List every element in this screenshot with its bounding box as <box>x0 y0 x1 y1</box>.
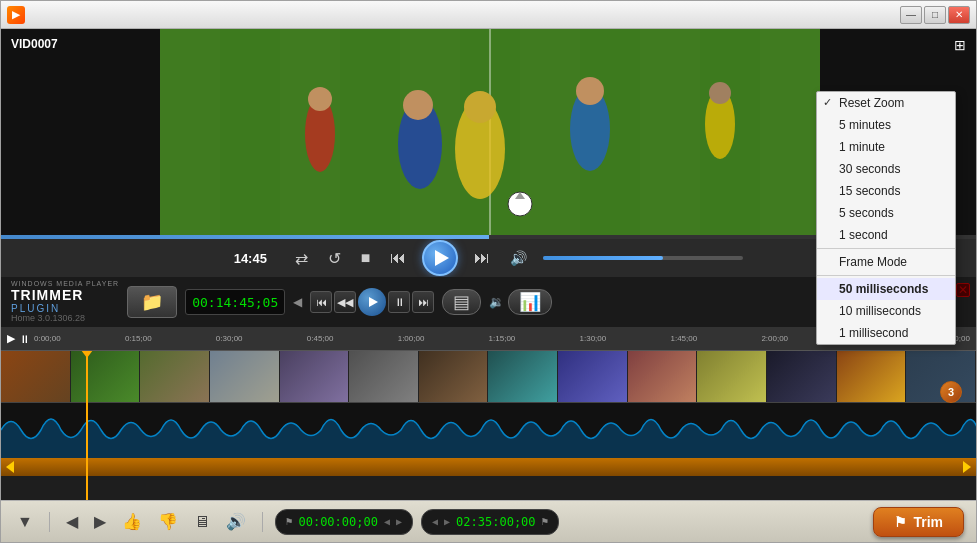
timeline-content[interactable]: // This won't run in SVG, use inline rec… <box>1 351 976 500</box>
menu-item-1-second[interactable]: 1 second <box>817 224 955 246</box>
end-time-arrow-left[interactable]: ◀ <box>432 516 438 527</box>
divider-2 <box>262 512 263 532</box>
play-icon <box>435 250 449 266</box>
shuffle-button[interactable]: ⇄ <box>291 247 312 270</box>
menu-item-50-milliseconds[interactable]: 50 milliseconds <box>817 278 955 300</box>
cloud-left-icon[interactable]: ◀ <box>62 510 82 533</box>
zoom-dropdown-menu[interactable]: Reset Zoom 5 minutes 1 minute 30 seconds… <box>816 91 956 345</box>
menu-item-5-seconds[interactable]: 5 seconds <box>817 202 955 224</box>
pause-button[interactable]: ⏸ <box>388 291 410 313</box>
svg-rect-7 <box>760 29 820 239</box>
ruler-7: 1:45;00 <box>670 334 697 343</box>
ruler-4: 1:00;00 <box>398 334 425 343</box>
stop-button[interactable]: ■ <box>357 247 375 269</box>
waveform-button[interactable]: 📊 <box>508 289 552 315</box>
thumb-9 <box>558 351 628 402</box>
cloud-right-icon[interactable]: ▶ <box>90 510 110 533</box>
open-folder-button[interactable]: 📁 <box>127 286 177 318</box>
app-icon: ▶ <box>7 6 25 24</box>
svg-point-17 <box>709 82 731 104</box>
video-progress-fill <box>1 235 489 239</box>
thumb-10 <box>628 351 698 402</box>
transport-buttons: ⏮ ◀◀ ⏸ ⏭ <box>310 288 434 316</box>
playhead-marker <box>81 351 93 358</box>
timeline-pause-icon[interactable]: ⏸ <box>19 333 30 345</box>
menu-item-reset-zoom[interactable]: Reset Zoom <box>817 92 955 114</box>
prev-frame-button[interactable]: ⏮ <box>310 291 332 313</box>
back-button[interactable]: ◀◀ <box>334 291 356 313</box>
minimize-button[interactable]: — <box>900 6 922 24</box>
svg-point-12 <box>403 90 433 120</box>
speaker-icon[interactable]: 🔊 <box>222 510 250 533</box>
bottom-toolbar: ▼ ◀ ▶ 👍 👎 🖥 🔊 ⚑ 00:00:00;00 ◀ ▶ ◀ ▶ 02:3… <box>1 500 976 542</box>
zoom-level-bubble[interactable]: 3 <box>940 381 962 403</box>
thumb-12 <box>767 351 837 402</box>
small-play-icon <box>369 297 378 307</box>
menu-divider-1 <box>817 248 955 249</box>
playhead[interactable] <box>86 351 88 500</box>
trim-left-marker[interactable] <box>6 461 14 473</box>
menu-item-10-milliseconds[interactable]: 10 milliseconds <box>817 300 955 322</box>
thumb-2 <box>71 351 141 402</box>
thumb-11 <box>697 351 767 402</box>
waveform-svg: // This won't run in SVG, use inline rec… <box>1 403 976 458</box>
start-flag-icon: ⚑ <box>286 515 293 528</box>
current-time-display: 14:45 <box>234 251 279 266</box>
vol-left-icon: 🔉 <box>489 295 504 309</box>
thumb-6 <box>349 351 419 402</box>
timeline-section: ▶ ⏸ 0:00;00 0:15;00 0:30;00 0:45;00 1:00… <box>1 327 976 500</box>
timecode-arrow-left[interactable]: ◀ <box>293 295 302 309</box>
trim-right-marker[interactable] <box>963 461 971 473</box>
end-flag-icon: ⚑ <box>542 515 549 528</box>
ruler-8: 2:00;00 <box>761 334 788 343</box>
plugin-logo: WINDOWS MEDIA PLAYER TRIMMER PLUGIN Home… <box>11 280 119 324</box>
timeline-play-icon[interactable]: ▶ <box>7 332 15 345</box>
prev-button[interactable]: ⏮ <box>386 247 410 269</box>
fullscreen-icon[interactable]: ⊞ <box>954 37 966 53</box>
ruler-2: 0:30;00 <box>216 334 243 343</box>
menu-item-5-minutes[interactable]: 5 minutes <box>817 114 955 136</box>
next-frame-button[interactable]: ⏭ <box>412 291 434 313</box>
main-play-button[interactable] <box>422 240 458 276</box>
plugin-close-button[interactable]: ✕ <box>956 283 970 297</box>
svg-point-19 <box>308 87 332 111</box>
end-time-value: 02:35:00;00 <box>456 515 535 529</box>
menu-item-frame-mode[interactable]: Frame Mode <box>817 251 955 273</box>
ruler-6: 1:30;00 <box>580 334 607 343</box>
menu-item-1-millisecond[interactable]: 1 millisecond <box>817 322 955 344</box>
volume-control: 🔉 📊 <box>489 289 552 315</box>
thumb-down-icon[interactable]: 👎 <box>154 510 182 533</box>
menu-item-1-minute[interactable]: 1 minute <box>817 136 955 158</box>
ruler-1: 0:15;00 <box>125 334 152 343</box>
thumb-5 <box>280 351 350 402</box>
svg-rect-2 <box>160 29 220 239</box>
thumb-up-icon[interactable]: 👍 <box>118 510 146 533</box>
ruler-5: 1:15;00 <box>489 334 516 343</box>
maximize-button[interactable]: □ <box>924 6 946 24</box>
menu-item-15-seconds[interactable]: 15 seconds <box>817 180 955 202</box>
next-button[interactable]: ⏭ <box>470 247 494 269</box>
trim-range-bar[interactable] <box>1 458 976 476</box>
start-time-arrow-right[interactable]: ▶ <box>396 516 402 527</box>
divider-1 <box>49 512 50 532</box>
volume-button[interactable]: 🔊 <box>506 248 531 268</box>
volume-slider[interactable] <box>543 256 743 260</box>
version-label: Home 3.0.1306.28 <box>11 314 119 324</box>
thumb-13 <box>837 351 907 402</box>
end-time-arrow-right[interactable]: ▶ <box>444 516 450 527</box>
small-play-button[interactable] <box>358 288 386 316</box>
ruler-3: 0:45;00 <box>307 334 334 343</box>
chapters-button[interactable]: ▤ <box>442 289 481 315</box>
menu-item-30-seconds[interactable]: 30 seconds <box>817 158 955 180</box>
end-time-pill[interactable]: ◀ ▶ 02:35:00;00 ⚑ <box>421 509 559 535</box>
video-label: VID0007 <box>11 37 58 51</box>
repeat-button[interactable]: ↺ <box>324 247 345 270</box>
start-time-pill[interactable]: ⚑ 00:00:00;00 ◀ ▶ <box>275 509 413 535</box>
trim-button[interactable]: ⚑ Trim <box>873 507 964 537</box>
display-icon[interactable]: 🖥 <box>190 511 214 533</box>
close-button[interactable]: ✕ <box>948 6 970 24</box>
down-arrow-icon[interactable]: ▼ <box>13 511 37 533</box>
start-time-arrow-left[interactable]: ◀ <box>384 516 390 527</box>
timecode-display: 00:14:45;05 <box>185 289 285 315</box>
trimmer-label: TRIMMER <box>11 288 119 303</box>
